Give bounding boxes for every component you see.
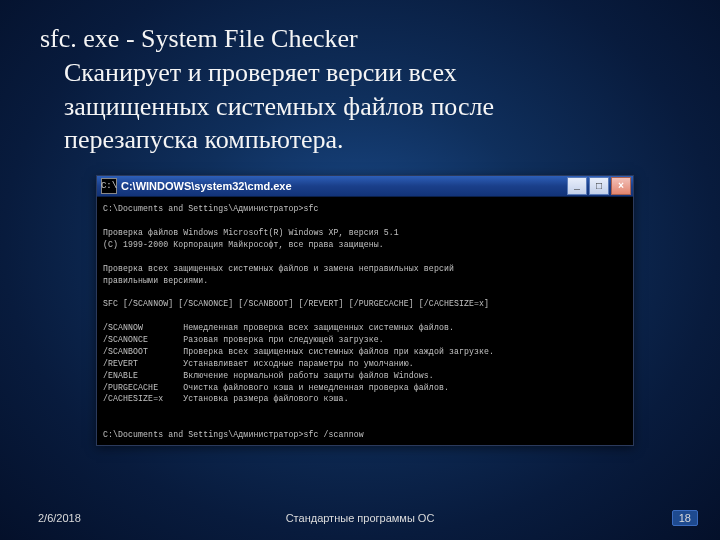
heading-title: sfc. exe - System File Checker [40, 22, 688, 56]
page-number: 18 [672, 510, 698, 526]
window-title: C:\WINDOWS\system32\cmd.exe [121, 180, 567, 192]
footer-date: 2/6/2018 [38, 512, 81, 524]
titlebar[interactable]: C:\ C:\WINDOWS\system32\cmd.exe _ □ × [97, 176, 633, 197]
slide-footer: 2/6/2018 Стандартные программы ОС 18 [0, 510, 720, 526]
slide-heading: sfc. exe - System File Checker Сканирует… [40, 22, 688, 157]
console-output[interactable]: C:\Documents and Settings\Администратор>… [97, 197, 633, 445]
minimize-button[interactable]: _ [567, 177, 587, 195]
cmd-app-icon: C:\ [101, 178, 117, 194]
heading-desc-line2: защищенных системных файлов после [40, 90, 688, 124]
cmd-window: C:\ C:\WINDOWS\system32\cmd.exe _ □ × C:… [96, 175, 634, 446]
slide-body: sfc. exe - System File Checker Сканирует… [0, 0, 720, 540]
close-button[interactable]: × [611, 177, 631, 195]
maximize-button[interactable]: □ [589, 177, 609, 195]
heading-desc-line3: перезапуска компьютера. [40, 123, 688, 157]
footer-caption: Стандартные программы ОС [286, 512, 435, 524]
window-buttons: _ □ × [567, 177, 631, 195]
heading-desc-line1: Сканирует и проверяет версии всех [40, 56, 688, 90]
